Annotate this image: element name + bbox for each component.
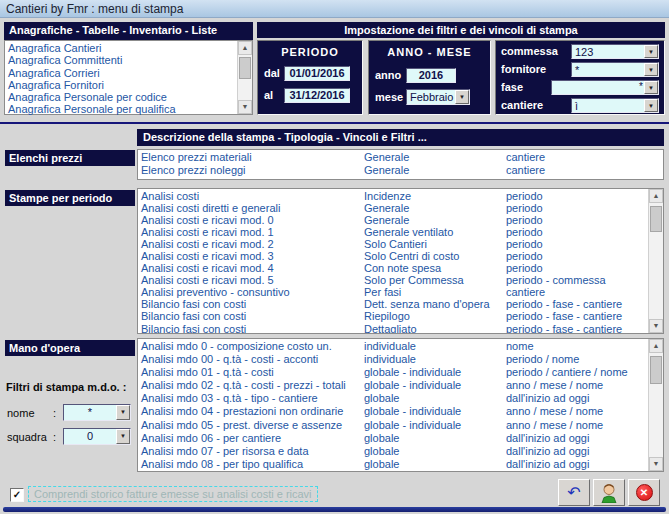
anagrafiche-panel: Anagrafiche - Tabelle - Inventario - Lis… (4, 22, 253, 115)
chevron-down-icon[interactable]: ▼ (644, 63, 658, 76)
commessa-row: commessa 123 ▼ (501, 45, 659, 57)
anno-mese-title: ANNO - MESE (369, 46, 490, 58)
table-row[interactable]: Analisi mdo 04 - prestazioni non ordinar… (138, 405, 647, 418)
squadra-colon: : (53, 431, 56, 443)
fase-dropdown[interactable]: * ▼ (551, 80, 659, 95)
cantiere-value: ì (572, 99, 644, 112)
filters-header: Impostazione dei filtri e dei vincoli di… (257, 22, 665, 38)
dal-label: dal (264, 67, 280, 79)
nome-dropdown[interactable]: * ▼ (63, 404, 131, 421)
close-button[interactable]: ✕ (628, 479, 660, 506)
table-row[interactable]: Analisi costi e ricavi mod. 0 Generale p… (138, 214, 647, 226)
elenchi-prezzi-list: Elenco prezzi materiali Generale cantier… (137, 149, 664, 180)
fase-row: fase * ▼ (501, 81, 659, 93)
scroll-thumb[interactable] (650, 206, 662, 232)
storico-checkbox[interactable]: ✓ (10, 488, 24, 502)
nome-label: nome (7, 407, 35, 419)
anagrafiche-list[interactable]: Anagrafica CantieriAnagrafica Committent… (4, 40, 253, 115)
scroll-thumb[interactable] (239, 57, 251, 79)
list-item[interactable]: Anagrafica Committenti (5, 54, 236, 66)
table-row[interactable]: Analisi mdo 03 - q.tà - tipo - cantiere … (138, 392, 647, 405)
table-row[interactable]: Bilancio fasi con costi Dettagliato peri… (138, 323, 647, 334)
table-row[interactable]: Analisi mdo 05 - prest. diverse e assenz… (138, 419, 647, 432)
bottom-accent-bar (3, 507, 666, 512)
chevron-down-icon[interactable]: ▼ (644, 81, 658, 94)
app-window: Cantieri by Fmr : menu di stampa Anagraf… (0, 0, 669, 514)
commessa-value: 123 (572, 45, 644, 58)
scroll-up-icon[interactable]: ▲ (649, 189, 663, 203)
close-icon: ✕ (636, 484, 653, 501)
stampe-periodo-list: Analisi costi Incidenze periodo Analisi … (137, 188, 664, 334)
table-row[interactable]: Elenco prezzi noleggi Generale cantiere (138, 164, 663, 177)
chevron-down-icon[interactable]: ▼ (644, 45, 658, 58)
anno-mese-box: ANNO - MESE anno 2016 mese Febbraio ▼ (368, 40, 491, 115)
scroll-down-icon[interactable]: ▼ (649, 457, 663, 471)
mano-dopera-list: Analisi mdo 0 - composizione costo un. i… (137, 338, 664, 472)
table-row[interactable]: Analisi mdo 06 - per cantiere globale da… (138, 432, 647, 445)
vincoli-box: commessa 123 ▼ fornitore * ▼ fase * ▼ (495, 40, 665, 115)
list-item[interactable]: Anagrafica Fornitori (5, 79, 236, 91)
storico-checkbox-label[interactable]: Comprendi storico fatture emesse su anal… (28, 486, 318, 502)
nome-value: * (64, 405, 116, 420)
table-row[interactable]: Analisi mdo 01 - q.tà - costi globale - … (138, 366, 647, 379)
table-row[interactable]: Bilancio fasi con costi Dett. senza mano… (138, 298, 647, 310)
mese-value: Febbraio (407, 90, 455, 104)
chevron-down-icon[interactable]: ▼ (116, 405, 130, 420)
table-row[interactable]: Analisi mdo 08 - per tipo qualifica glob… (138, 458, 647, 471)
table-row[interactable]: Analisi preventivo - consuntivo Per fasi… (138, 286, 647, 298)
table-row[interactable]: Analisi mdo 0 - composizione costo un. i… (138, 340, 647, 353)
list-item[interactable]: Anagrafica Personale per codice (5, 91, 236, 103)
anagrafiche-items: Anagrafica CantieriAnagrafica Committent… (5, 42, 236, 114)
chevron-down-icon[interactable]: ▼ (116, 429, 130, 444)
table-row[interactable]: Analisi mdo 07 - per risorsa e data glob… (138, 445, 647, 458)
stampe-scrollbar[interactable]: ▲ ▼ (648, 189, 663, 333)
table-row[interactable]: Elenco prezzi materiali Generale cantier… (138, 151, 663, 164)
mese-dropdown[interactable]: Febbraio ▼ (406, 89, 470, 105)
al-field[interactable]: 31/12/2016 (284, 88, 350, 103)
fornitore-row: fornitore * ▼ (501, 63, 659, 75)
mdo-filters-title: Filtri di stampa m.d.o. : (6, 381, 126, 393)
description-header: Descrizione della stampa - Tipologia - V… (137, 129, 664, 146)
scroll-down-icon[interactable]: ▼ (238, 100, 252, 114)
list-item[interactable]: Anagrafica Cantieri (5, 42, 236, 54)
table-row[interactable]: Analisi costi e ricavi mod. 5 Solo per C… (138, 274, 647, 286)
fornitore-label: fornitore (501, 63, 546, 75)
elenchi-rows: Elenco prezzi materiali Generale cantier… (138, 151, 663, 179)
list-item[interactable]: Anagrafica Corrieri (5, 67, 236, 79)
scroll-down-icon[interactable]: ▼ (649, 319, 663, 333)
scroll-thumb[interactable] (650, 356, 662, 384)
scroll-up-icon[interactable]: ▲ (649, 339, 663, 353)
anno-row: anno 2016 (375, 69, 401, 81)
mano-dopera-label: Mano d'opera (5, 340, 135, 356)
anno-field[interactable]: 2016 (406, 68, 456, 83)
stampe-periodo-label: Stampe per periodo (5, 190, 135, 206)
user-button[interactable] (593, 479, 625, 506)
table-row[interactable]: Analisi costi e ricavi mod. 1 Generale v… (138, 226, 647, 238)
table-row[interactable]: Analisi costi e ricavi mod. 3 Solo Centr… (138, 250, 647, 262)
chevron-down-icon[interactable]: ▼ (455, 90, 469, 104)
undo-button[interactable]: ↶ (558, 479, 590, 506)
squadra-value: 0 (64, 429, 116, 444)
dal-row: dal 01/01/2016 (264, 67, 280, 79)
table-row[interactable]: Analisi costi e ricavi mod. 4 Con note s… (138, 262, 647, 274)
fase-value (552, 81, 639, 94)
table-row[interactable]: Analisi costi e ricavi mod. 2 Solo Canti… (138, 238, 647, 250)
list-item[interactable]: Anagrafica Personale per qualifica (5, 103, 236, 115)
cantiere-dropdown[interactable]: ì ▼ (571, 98, 659, 113)
al-row: al 31/12/2016 (264, 89, 273, 101)
table-row[interactable]: Analisi costi Incidenze periodo (138, 190, 647, 202)
table-row[interactable]: Analisi mdo 02 - q.tà - costi - prezzi -… (138, 379, 647, 392)
table-row[interactable]: Bilancio fasi con costi Riepilogo period… (138, 310, 647, 322)
commessa-dropdown[interactable]: 123 ▼ (571, 44, 659, 59)
squadra-dropdown[interactable]: 0 ▼ (63, 428, 131, 445)
anagrafiche-scrollbar[interactable]: ▲ ▼ (237, 41, 252, 114)
table-row[interactable]: Analisi mdo 00 - q.tà - costi - acconti … (138, 353, 647, 366)
mdo-rows: Analisi mdo 0 - composizione costo un. i… (138, 340, 647, 471)
mdo-scrollbar[interactable]: ▲ ▼ (648, 339, 663, 471)
anno-label: anno (375, 69, 401, 81)
dal-field[interactable]: 01/01/2016 (284, 66, 350, 81)
scroll-up-icon[interactable]: ▲ (238, 41, 252, 55)
fornitore-dropdown[interactable]: * ▼ (571, 62, 659, 77)
chevron-down-icon[interactable]: ▼ (644, 99, 658, 112)
table-row[interactable]: Analisi costi diretti e generali General… (138, 202, 647, 214)
